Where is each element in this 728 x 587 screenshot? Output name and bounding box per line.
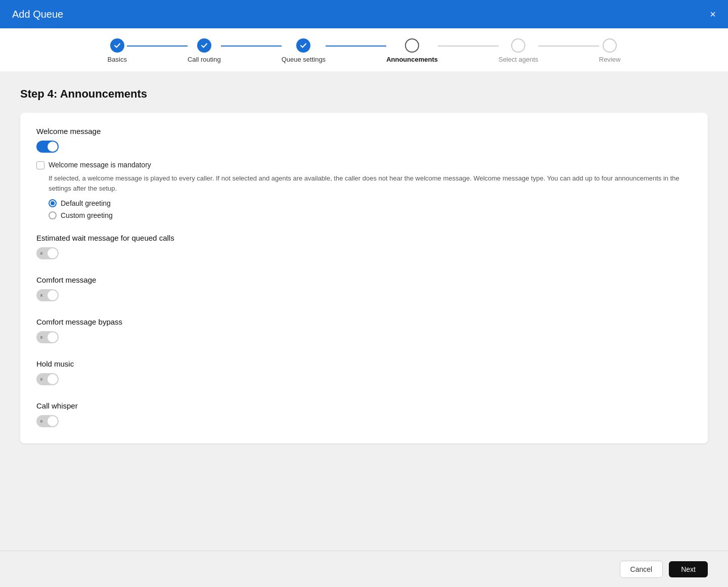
welcome-help-text: If selected, a welcome message is played… [49, 173, 692, 193]
step-label-review: Review [599, 56, 621, 63]
mandatory-checkbox[interactable] [36, 161, 44, 169]
toggle-x-icon: × [40, 335, 43, 340]
step-announcements: Announcements [386, 38, 438, 63]
step-circle-select-agents [511, 38, 525, 53]
toggle-knob [48, 290, 58, 300]
toggle-knob [48, 416, 58, 426]
close-button[interactable]: × [710, 9, 716, 19]
welcome-message-section: Welcome message ✓ Welcome message is man… [36, 127, 692, 219]
announcements-card: Welcome message ✓ Welcome message is man… [20, 113, 708, 443]
next-button[interactable]: Next [669, 561, 708, 577]
connector-1 [127, 46, 188, 47]
comfort-bypass-section: Comfort message bypass × [36, 318, 692, 345]
comfort-bypass-title: Comfort message bypass [36, 318, 692, 326]
connector-5 [538, 46, 599, 47]
toggle-knob [48, 332, 58, 342]
step-circle-basics [110, 38, 124, 53]
hold-music-toggle[interactable]: × [36, 373, 59, 385]
comfort-message-toggle[interactable]: × [36, 289, 59, 301]
dialog-title: Add Queue [12, 9, 63, 20]
default-greeting-row[interactable]: Default greeting [49, 199, 692, 207]
step-queue-settings: Queue settings [282, 38, 326, 63]
toggle-x-icon: × [40, 251, 43, 256]
default-greeting-label: Default greeting [61, 199, 111, 207]
connector-4 [438, 46, 498, 47]
toggle-knob [48, 374, 58, 384]
stepper: Basics Call routing Queue settings Annou… [0, 28, 728, 71]
toggle-x-icon: × [40, 293, 43, 298]
cancel-button[interactable]: Cancel [620, 561, 663, 578]
page-title: Step 4: Announcements [20, 87, 708, 101]
estimated-wait-toggle[interactable]: × [36, 247, 59, 259]
custom-greeting-label: Custom greeting [61, 211, 113, 219]
toggle-x-icon: × [40, 419, 43, 424]
comfort-message-title: Comfort message [36, 276, 692, 284]
connector-3 [326, 46, 386, 47]
step-select-agents: Select agents [498, 38, 538, 63]
custom-greeting-radio[interactable] [49, 211, 57, 219]
estimated-wait-section: Estimated wait message for queued calls … [36, 234, 692, 261]
default-greeting-radio[interactable] [49, 199, 57, 207]
welcome-message-title: Welcome message [36, 127, 692, 136]
hold-music-title: Hold music [36, 359, 692, 368]
toggle-x-icon: × [40, 377, 43, 382]
mandatory-checkbox-row: Welcome message is mandatory [36, 161, 692, 169]
comfort-message-section: Comfort message × [36, 276, 692, 303]
call-whisper-toggle[interactable]: × [36, 415, 59, 427]
greeting-radio-group: Default greeting Custom greeting [49, 199, 692, 219]
step-label-basics: Basics [108, 56, 127, 63]
estimated-wait-title: Estimated wait message for queued calls [36, 234, 692, 242]
step-circle-announcements [405, 38, 419, 53]
connector-2 [221, 46, 282, 47]
step-label-queue-settings: Queue settings [282, 56, 326, 63]
toggle-knob [48, 248, 58, 258]
step-circle-review [603, 38, 617, 53]
toggle-knob [48, 142, 58, 152]
step-circle-call-routing [197, 38, 211, 53]
mandatory-checkbox-label: Welcome message is mandatory [49, 161, 151, 169]
step-label-select-agents: Select agents [498, 56, 538, 63]
step-review: Review [599, 38, 621, 63]
dialog-footer: Cancel Next [0, 551, 728, 587]
hold-music-section: Hold music × [36, 359, 692, 387]
main-content: Step 4: Announcements Welcome message ✓ … [0, 71, 728, 460]
step-basics: Basics [108, 38, 127, 63]
step-label-call-routing: Call routing [188, 56, 221, 63]
custom-greeting-row[interactable]: Custom greeting [49, 211, 692, 219]
comfort-bypass-toggle[interactable]: × [36, 331, 59, 343]
dialog-header: Add Queue × [0, 0, 728, 28]
step-label-announcements: Announcements [386, 56, 438, 63]
call-whisper-section: Call whisper × [36, 401, 692, 429]
call-whisper-title: Call whisper [36, 401, 692, 410]
step-call-routing: Call routing [188, 38, 221, 63]
step-circle-queue-settings [296, 38, 310, 53]
welcome-message-toggle[interactable]: ✓ [36, 141, 59, 153]
